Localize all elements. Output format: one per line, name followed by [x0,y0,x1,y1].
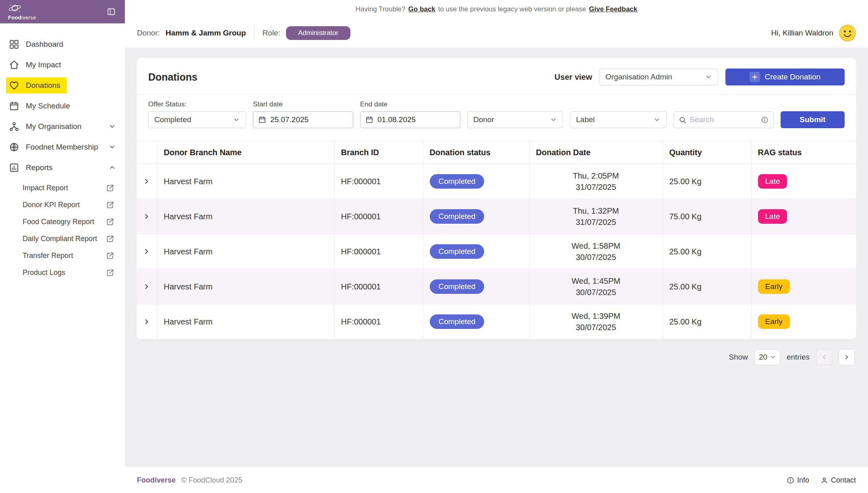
start-date-input[interactable]: 25.07.2025 [253,111,353,128]
sidebar-item-my-organisation[interactable]: My Organisation [0,116,125,137]
quantity-cell: 25.00 Kg [663,234,751,269]
search-input[interactable] [690,115,758,124]
contact-link[interactable]: Contact [820,476,856,485]
info-link[interactable]: Info [787,476,809,485]
chevron-down-icon [233,116,240,123]
donor-select[interactable]: Donor [467,111,563,128]
footer: Foodiverse © FoodCloud 2025 Info Contact [125,467,868,493]
sidebar-subitem-daily-compliant-report[interactable]: Daily Compliant Report [0,230,125,247]
page-size-value: 20 [759,353,767,362]
filters-bar: Offer Status: Completed Start date [137,95,856,141]
date-day: 30/07/2025 [576,253,616,262]
info-label: Info [797,476,809,485]
status-badge: Completed [430,174,485,189]
create-donation-label: Create Donation [765,73,820,81]
sidebar-subitem-transfer-report[interactable]: Transfer Report [0,247,125,264]
expand-row-icon[interactable] [140,280,153,293]
branch-id-cell: HF:000001 [334,164,423,199]
sidebar-nav: Dashboard My Impact Donations [0,23,125,283]
active-highlight: Donations [6,77,67,94]
submit-button[interactable]: Submit [781,111,845,128]
search-box [673,111,774,128]
label-filter-field: Label [570,111,667,128]
subitem-label: Impact Report [23,184,68,192]
status-cell: Completed [423,199,529,234]
date-time: Wed, 1:45PM [572,277,620,285]
role-badge: Administrator [286,26,350,40]
start-date-field: Start date 25.07.2025 [253,100,353,128]
expand-row-icon[interactable] [140,315,153,329]
footer-links: Info Contact [787,476,856,485]
quantity-cell: 25.00 Kg [663,304,751,339]
quantity-cell: 25.00 Kg [663,164,751,199]
chevron-up-icon [108,164,116,171]
page-size-select[interactable]: 20 [754,349,780,365]
sidebar-item-label: Donations [26,81,60,90]
avatar[interactable] [839,25,856,42]
sidebar-subitem-donor-kpi-report[interactable]: Donor KPI Report [0,196,125,213]
info-icon[interactable] [761,116,769,124]
quantity-cell: 25.00 Kg [663,269,751,304]
column-header: Donation status [423,141,529,164]
sidebar-subitem-impact-report[interactable]: Impact Report [0,179,125,196]
start-date-label: Start date [253,100,353,108]
sidebar-collapse-icon[interactable] [106,6,117,17]
give-feedback-link[interactable]: Give Feedback [589,5,637,13]
previous-page-button[interactable] [816,349,832,365]
sidebar-item-reports[interactable]: Reports [0,157,125,178]
user-view-select[interactable]: Organisation Admin [599,69,718,85]
calendar-icon [9,101,19,111]
sidebar-item-my-impact[interactable]: My Impact [0,54,125,75]
column-header: Branch ID [334,141,423,164]
offer-status-field: Offer Status: Completed [148,100,246,128]
search-field [673,111,774,128]
sidebar-subitem-food-category-report[interactable]: Food Cateogry Report [0,213,125,230]
label-select-value: Label [576,115,595,124]
date-time: Thu, 1:32PM [573,206,619,215]
show-label: Show [729,353,748,362]
date-time: Wed, 1:39PM [572,312,620,320]
sidebar-item-foodnet-membership[interactable]: Foodnet Membership [0,137,125,157]
contact-icon [820,476,828,484]
date-day: 31/07/2025 [576,218,616,227]
sidebar-item-donations[interactable]: Donations [0,75,125,96]
label-select[interactable]: Label [570,111,667,128]
table-row: Harvest Farm HF:000001 Completed Wed, 1:… [137,304,856,339]
offer-status-select[interactable]: Completed [148,111,246,128]
sidebar-subitem-product-logs[interactable]: Product Logs [0,264,125,281]
dashboard-grid-icon [9,39,19,50]
end-date-value: 01.08.2025 [377,115,416,124]
branch-id-cell: HF:000001 [334,269,423,304]
expand-row-icon[interactable] [140,175,153,188]
chevron-down-icon [108,123,116,130]
branch-name-cell: Harvest Farm [157,304,334,339]
chevron-down-icon [550,116,557,123]
card-header: Donations User view Organisation Admin C… [137,58,856,95]
role-label: Role: [263,29,280,37]
sidebar: Foodiverse Dashboard [0,0,125,493]
column-header: Donation Date [529,141,663,164]
next-page-button[interactable] [839,349,855,365]
quantity-cell: 75.00 Kg [663,199,751,234]
branch-id-cell: HF:000001 [334,199,423,234]
date-cell: Thu, 1:32PM31/07/2025 [529,199,663,234]
page-header: Donor: Hamm & Jamm Group Role: Administr… [125,18,868,48]
sidebar-item-my-schedule[interactable]: My Schedule [0,96,125,116]
go-back-link[interactable]: Go back [408,5,435,13]
search-icon [679,116,686,124]
expand-row-icon[interactable] [140,245,153,258]
org-chart-icon [9,121,19,132]
footer-brand[interactable]: Foodiverse [137,476,176,485]
pagination: Show 20 entries [137,339,856,365]
end-date-label: End date [360,100,460,108]
create-donation-button[interactable]: Create Donation [725,69,845,85]
info-icon [787,476,794,484]
sidebar-item-dashboard[interactable]: Dashboard [0,34,125,54]
branch-name-cell: Harvest Farm [157,234,334,269]
expand-row-icon[interactable] [140,210,153,223]
status-cell: Completed [423,269,529,304]
sidebar-item-label: My Organisation [26,122,81,131]
rag-cell [751,234,856,269]
end-date-input[interactable]: 01.08.2025 [360,111,460,128]
status-badge: Completed [430,279,485,294]
